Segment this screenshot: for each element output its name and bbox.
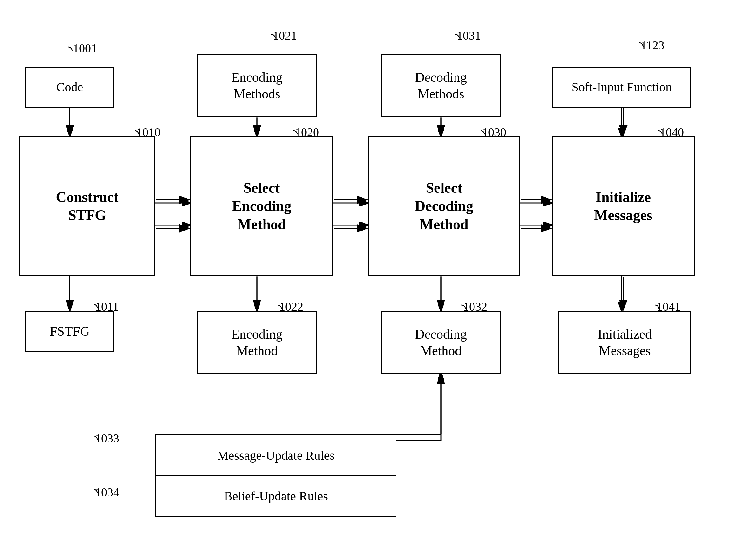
initialized-messages-box: InitializedMessages xyxy=(558,311,691,374)
rules-container: Message-Update Rules Belief-Update Rules xyxy=(155,434,396,517)
decoding-methods-box: DecodingMethods xyxy=(381,54,501,117)
select-encoding-box: SelectEncodingMethod xyxy=(190,136,333,276)
select-decoding-box: SelectDecodingMethod xyxy=(368,136,520,276)
message-update-label: Message-Update Rules xyxy=(156,435,396,476)
ref-1020: 1020 xyxy=(295,125,319,139)
code-box: Code xyxy=(25,67,114,108)
fstfg-box: FSTFG xyxy=(25,311,114,352)
initialize-messages-box: InitializeMessages xyxy=(552,136,695,276)
belief-update-label: Belief-Update Rules xyxy=(156,476,396,516)
ref-1033: 1033 xyxy=(95,431,119,445)
ref-1123: 1123 xyxy=(641,38,664,52)
diagram: Code 1001 EncodingMethods 1021 DecodingM… xyxy=(0,0,733,560)
encoding-methods-box: EncodingMethods xyxy=(197,54,317,117)
construct-stfg-box: ConstructSTFG xyxy=(19,136,155,276)
ref-1030: 1030 xyxy=(482,125,506,139)
ref-1040: 1040 xyxy=(660,125,684,139)
ref-1034: 1034 xyxy=(95,485,119,499)
encoding-method-out-box: EncodingMethod xyxy=(197,311,317,374)
soft-input-box: Soft-Input Function xyxy=(552,67,691,108)
ref-1022: 1022 xyxy=(279,300,303,314)
decoding-method-out-box: DecodingMethod xyxy=(381,311,501,374)
ref-1021: 1021 xyxy=(273,29,297,42)
ref-1041: 1041 xyxy=(657,300,681,314)
ref-1010: 1010 xyxy=(136,125,160,139)
ref-1001: 1001 xyxy=(73,41,97,55)
ref-1032: 1032 xyxy=(463,300,487,314)
ref-1011: 1011 xyxy=(95,300,119,314)
ref-1031: 1031 xyxy=(457,29,481,42)
